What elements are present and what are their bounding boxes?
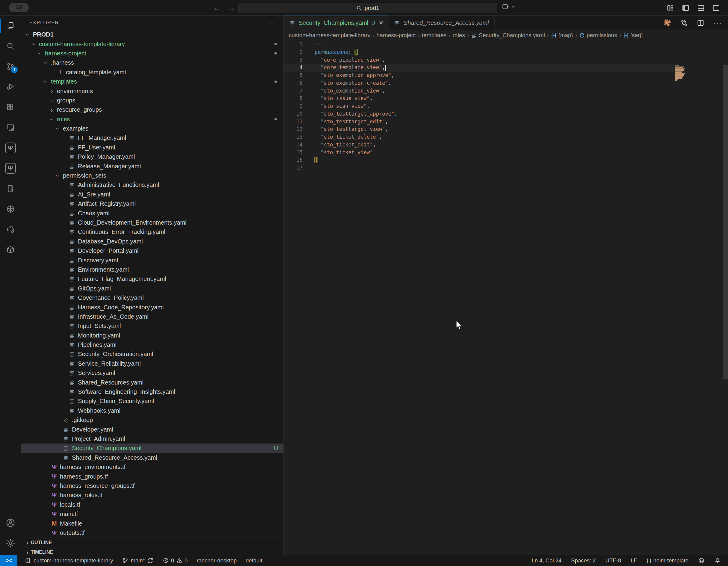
tree-item-governance-policy-yaml[interactable]: Governance_Policy.yaml — [21, 293, 283, 302]
tree-item-chaos-yaml[interactable]: Chaos.yaml — [21, 209, 283, 218]
tree-item-database-devops-yaml[interactable]: Database_DevOps.yaml — [21, 237, 283, 246]
activity-item-search[interactable] — [0, 36, 21, 56]
activity-item-extensions[interactable] — [0, 97, 21, 117]
tree-item-harness[interactable]: ›.harness — [21, 58, 283, 67]
window-action[interactable]: › — [502, 3, 518, 11]
activity-item-settings[interactable] — [0, 533, 21, 553]
tree-item-harness-groups-tf[interactable]: Ψharness_groups.tf — [21, 472, 283, 481]
tree-item-cloud-development-environments-yaml[interactable]: Cloud_Development_Environments.yaml — [21, 218, 283, 227]
views-more-actions-button[interactable]: ··· — [267, 19, 275, 27]
tree-item-webhooks-yaml[interactable]: Webhooks.yaml — [21, 406, 283, 415]
activity-item-accounts[interactable] — [0, 513, 21, 533]
remote-indicator[interactable]: >< — [0, 555, 17, 566]
tree-item-outputs-tf[interactable]: Ψoutputs.tf — [21, 528, 283, 538]
tree-item-shared-resources-yaml[interactable]: Shared_Resources.yaml — [21, 378, 283, 387]
tree-item-gitops-yaml[interactable]: GitOps.yaml — [21, 284, 283, 293]
tree-item-supply-chain-security-yaml[interactable]: Supply_Chain_Security.yaml — [21, 396, 283, 406]
tree-item-discovery-yaml[interactable]: Discovery.yaml — [21, 256, 283, 265]
close-icon[interactable]: × — [379, 19, 383, 27]
code-line-2[interactable]: 2permissions: [ — [284, 49, 728, 56]
code-line-10[interactable]: 10 "sto_testtarget_approve", — [284, 110, 728, 118]
toggle-secondary-sidebar-icon[interactable] — [712, 4, 720, 12]
split-editor-icon[interactable] — [697, 19, 705, 27]
breadcrumb-item-permissions[interactable]: permissions — [579, 32, 617, 39]
more-actions-button[interactable]: ··· — [713, 19, 722, 27]
code-line-4[interactable]: 4 "core_template_view", — [284, 64, 728, 72]
code-line-11[interactable]: 11 "sto_testtarget_edit", — [284, 118, 728, 126]
tree-item-project-admin-yaml[interactable]: Project_Admin.yaml — [21, 434, 283, 443]
tree-item-harness-roles-tf[interactable]: Ψharness_roles.tf — [21, 490, 283, 500]
tree-item-gitkeep[interactable]: ◇.gitkeep — [21, 415, 283, 425]
tree-item-ff-manager-yaml[interactable]: FF_Manager.yaml — [21, 133, 283, 143]
toggle-primary-sidebar-icon[interactable] — [682, 4, 690, 12]
tree-item-ai-sre-yaml[interactable]: Ai_Sre.yaml — [21, 190, 283, 199]
status-feedback[interactable] — [698, 557, 705, 564]
tree-item-monitoring-yaml[interactable]: Monitoring.yaml — [21, 331, 283, 340]
section-timeline[interactable]: ›TIMELINE — [21, 547, 283, 555]
tree-item-services-yaml[interactable]: Services.yaml — [21, 368, 283, 378]
minimap[interactable] — [675, 65, 687, 82]
breadcrumb-item-map[interactable]: {map} — [551, 32, 573, 39]
code-line-9[interactable]: 9 "sto_scan_view", — [284, 102, 728, 110]
code-line-13[interactable]: 13 "sto_ticket_delete", — [284, 133, 728, 141]
status-notifications[interactable] — [714, 557, 721, 564]
activity-item-terraform-cloud[interactable]: Ψ — [0, 158, 21, 179]
tree-item-makefile[interactable]: MMakefile — [21, 519, 283, 528]
code-line-7[interactable]: 7 "sto_exemption_view", — [284, 87, 728, 95]
go-forward-button[interactable]: → — [228, 3, 235, 13]
activity-item-terraform[interactable]: Ψ — [0, 138, 21, 158]
tree-item-ff-user-yaml[interactable]: FF_User.yaml — [21, 143, 283, 152]
tree-item-feature-flag-management-yaml[interactable]: Feature_Flag_Management.yaml — [21, 274, 283, 283]
tree-item-pipelines-yaml[interactable]: Pipelines.yaml — [21, 340, 283, 349]
tree-item-permission-sets[interactable]: ›permission_sets — [21, 171, 283, 180]
tree-item-harness-project[interactable]: ›harness-project — [21, 49, 283, 58]
tree-item-administrative-functions-yaml[interactable]: Administrative_Functions.yaml — [21, 180, 283, 190]
activity-item-containers[interactable] — [0, 240, 21, 260]
code-line-8[interactable]: 8 "sto_issue_view", — [284, 95, 728, 102]
status-repo[interactable]: custom-harness-template-library — [25, 557, 113, 564]
status-indentation[interactable]: Spaces: 2 — [571, 557, 596, 564]
section-outline[interactable]: ›OUTLINE — [21, 538, 283, 547]
breadcrumb-item-security-champions-yaml[interactable]: Security_Champions.yaml — [471, 32, 545, 39]
code-line-16[interactable]: 16] — [284, 156, 728, 164]
tree-item-custom-harness-template-library[interactable]: ›custom-harness-template-library — [21, 39, 283, 49]
activity-item-cloud-tools[interactable] — [0, 219, 21, 240]
tab-security-champions-yaml[interactable]: Security_Champions.yamlU× — [284, 16, 389, 30]
breadcrumb-item-custom-harness-template-library[interactable]: custom-harness-template-library — [289, 32, 370, 39]
tree-item-groups[interactable]: ›groups — [21, 96, 283, 105]
activity-item-source-control[interactable]: 1 — [0, 56, 21, 77]
tree-item-infrastruce-as-code-yaml[interactable]: Infrastruce_As_Code.yaml — [21, 312, 283, 321]
tree-item-security-champions-yaml[interactable]: Security_Champions.yamlU — [21, 443, 283, 453]
tree-item-resource-groups[interactable]: ›resource_groups — [21, 105, 283, 114]
tab-shared-resource-access-yaml[interactable]: Shared_Resource_Access.yaml — [389, 16, 495, 30]
status-kube-namespace[interactable]: default — [246, 557, 262, 564]
tree-item-templates[interactable]: ›templates — [21, 77, 283, 86]
tree-item-developer-portal-yaml[interactable]: Developer_Portal.yaml — [21, 246, 283, 256]
code-line-3[interactable]: 3 "core_pipeline_view", — [284, 56, 728, 64]
command-center-search[interactable]: prod1 — [238, 3, 497, 13]
tree-item-service-reliability-yaml[interactable]: Service_Reliability.yaml — [21, 359, 283, 368]
status-cursor-position[interactable]: Ln 4, Col 24 — [532, 557, 562, 564]
activity-item-kubernetes[interactable] — [0, 199, 21, 219]
tree-item-input-sets-yaml[interactable]: Input_Sets.yaml — [21, 321, 283, 330]
code-line-14[interactable]: 14 "sto_ticket_edit", — [284, 141, 728, 149]
tree-item-artifact-registry-yaml[interactable]: Artifact_Registry.yaml — [21, 199, 283, 209]
breadcrumb-item-harness-project[interactable]: harness-project — [377, 32, 416, 39]
status-language-mode[interactable]: { }helm-template — [647, 557, 688, 564]
code-line-12[interactable]: 12 "sto_testtarget_view", — [284, 126, 728, 133]
tree-item-harness-resource-groups-tf[interactable]: Ψharness_resource_groups.tf — [21, 481, 283, 490]
breadcrumb-item-seq[interactable]: [seq] — [623, 32, 643, 39]
tree-item-main-tf[interactable]: Ψmain.tf — [21, 509, 283, 519]
tree-item-prod1[interactable]: ›PROD1 — [21, 30, 283, 39]
screen-share-pill[interactable] — [9, 3, 29, 12]
tree-item-harness-code-repository-yaml[interactable]: Harness_Code_Repository.yaml — [21, 302, 283, 312]
tree-item-environments[interactable]: ›environments — [21, 86, 283, 96]
status-eol[interactable]: LF — [631, 557, 637, 564]
breadcrumb-item-templates[interactable]: templates — [422, 32, 446, 39]
code-line-15[interactable]: 15 "sto_ticket_view" — [284, 149, 728, 157]
starburst-icon[interactable] — [663, 18, 672, 27]
status-kube-context[interactable]: rancher-desktop — [197, 557, 237, 564]
tree-item-harness-environments-tf[interactable]: Ψharness_environments.tf — [21, 462, 283, 472]
tree-item-security-orchestration-yaml[interactable]: Security_Orchestration.yaml — [21, 349, 283, 359]
status-branch[interactable]: main* — [122, 557, 153, 564]
